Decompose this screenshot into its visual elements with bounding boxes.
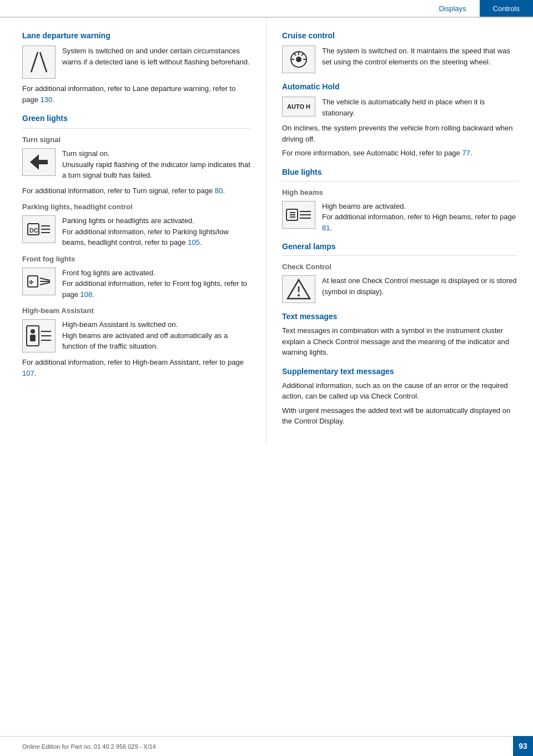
highbeam-assist-item: High-beam Assistant is switched on. High…: [22, 319, 250, 352]
front-fog-item: ✤ Front fog lights are activated. For ad…: [22, 268, 250, 300]
turn-signal-item: Turn signal on. Unusually rapid flashing…: [22, 148, 250, 181]
automatic-hold-text1: The vehicle is automatically held in pla…: [322, 97, 517, 118]
turn-signal-text: Turn signal on. Unusually rapid flashing…: [62, 148, 250, 181]
cruise-control-title: Cruise control: [282, 31, 517, 40]
page-number: 93: [513, 736, 533, 756]
parking-lights-link[interactable]: 105: [188, 238, 200, 246]
turn-signal-link[interactable]: 80: [215, 187, 223, 195]
svg-marker-4: [30, 154, 48, 170]
turn-signal-subtitle: Turn signal: [22, 135, 250, 144]
svg-text:DC: DC: [29, 227, 38, 234]
footer: Online Edition for Part no. 01 40 2 956 …: [0, 736, 533, 756]
turn-signal-ref: For additional information, refer to Tur…: [22, 185, 250, 196]
text-messages-title: Text messages: [282, 312, 517, 321]
blue-lights-separator: [282, 181, 517, 182]
main-content: Lane departure warning System is switche…: [0, 18, 533, 443]
supplementary-text2: With urgent messages the added text will…: [282, 405, 517, 427]
blue-lights-title: Blue lights: [282, 168, 517, 177]
check-control-icon: [282, 275, 315, 303]
highbeam-assist-link[interactable]: 107: [22, 369, 34, 377]
svg-point-37: [298, 294, 300, 296]
green-lights-title: Green lights: [22, 114, 250, 123]
high-beams-text: High beams are activated. For additional…: [322, 201, 517, 234]
right-column: Cruise control The system is switched on…: [266, 18, 533, 443]
supplementary-text1: Additional information, such as on the c…: [282, 380, 517, 402]
svg-point-22: [296, 57, 301, 62]
automatic-hold-item: AUTO H The vehicle is automatically held…: [282, 97, 517, 118]
front-fog-icon: ✤: [22, 268, 56, 295]
highbeam-assist-subtitle: High-beam Assistant: [22, 306, 250, 315]
lane-departure-ref: For additional information, refer to Lan…: [22, 83, 250, 105]
front-fog-subtitle: Front fog lights: [22, 255, 250, 263]
highbeam-assist-ref: For additional information, refer to Hig…: [22, 357, 250, 379]
parking-lights-subtitle: Parking lights, headlight control: [22, 203, 250, 211]
svg-line-12: [40, 278, 50, 280]
cruise-control-text: The system is switched on. It maintains …: [322, 46, 517, 73]
automatic-hold-title: Automatic Hold: [282, 82, 517, 91]
svg-line-14: [40, 283, 50, 285]
footer-copyright: Online Edition for Part no. 01 40 2 956 …: [22, 743, 156, 750]
high-beams-subtitle: High beams: [282, 188, 517, 196]
highbeam-assist-text: High-beam Assistant is switched on. High…: [62, 319, 250, 352]
top-navigation: Displays Controls: [0, 0, 533, 18]
general-lamps-title: General lamps: [282, 242, 517, 251]
check-control-item: At least one Check Control message is di…: [282, 275, 517, 303]
automatic-hold-ref: For more information, see Automatic Hold…: [282, 148, 517, 159]
parking-lights-icon: DC: [22, 215, 56, 243]
check-control-subtitle: Check Control: [282, 263, 517, 271]
automatic-hold-link[interactable]: 77: [462, 149, 470, 157]
high-beams-icon: [282, 201, 315, 229]
lane-departure-title: Lane departure warning: [22, 31, 250, 40]
tab-controls[interactable]: Controls: [480, 0, 533, 17]
lane-departure-item: System is switched on and under certain …: [22, 46, 250, 79]
front-fog-link[interactable]: 108: [81, 290, 93, 299]
supplementary-title: Supplementary text messages: [282, 367, 517, 376]
svg-line-26: [294, 53, 296, 56]
green-lights-separator: [22, 128, 250, 129]
automatic-hold-text2: On inclines, the system prevents the veh…: [282, 123, 517, 144]
tab-displays[interactable]: Displays: [425, 0, 479, 17]
text-messages-text: Text messages in combination with a symb…: [282, 325, 517, 358]
lane-departure-text: System is switched on and under certain …: [62, 46, 250, 79]
lane-departure-link[interactable]: 130: [41, 95, 53, 104]
turn-signal-icon: [22, 148, 56, 176]
check-control-text: At least one Check Control message is di…: [322, 275, 517, 303]
nav-tabs: Displays Controls: [425, 0, 533, 17]
parking-lights-item: DC Parking lights or headlights are acti…: [22, 215, 250, 248]
general-lamps-separator: [282, 255, 517, 256]
highbeam-assist-icon: [22, 319, 56, 352]
lane-departure-icon: [22, 46, 56, 79]
svg-point-19: [31, 329, 35, 334]
cruise-control-icon: [282, 46, 315, 73]
cruise-control-item: The system is switched on. It maintains …: [282, 46, 517, 73]
high-beams-item: High beams are activated. For additional…: [282, 201, 517, 234]
high-beams-link[interactable]: 81: [322, 224, 330, 232]
front-fog-text: Front fog lights are activated. For addi…: [62, 268, 250, 300]
svg-line-25: [301, 53, 304, 56]
svg-rect-20: [30, 335, 36, 341]
parking-lights-text: Parking lights or headlights are activat…: [62, 215, 250, 248]
left-column: Lane departure warning System is switche…: [0, 18, 266, 443]
svg-text:✤: ✤: [29, 279, 33, 285]
automatic-hold-icon: AUTO H: [282, 97, 315, 117]
